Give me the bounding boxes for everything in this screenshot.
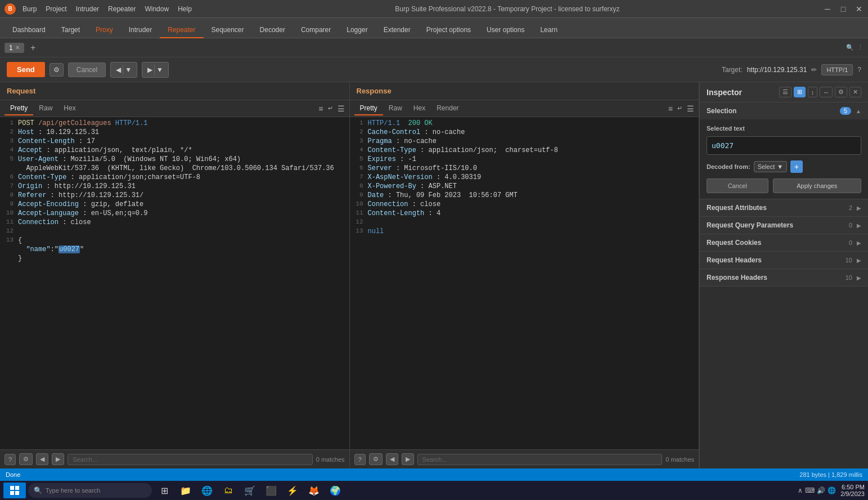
- tab-dashboard[interactable]: Dashboard: [5, 23, 53, 38]
- request-tab-raw[interactable]: Raw: [33, 102, 58, 115]
- taskbar-app-explorer[interactable]: 📁: [176, 483, 196, 498]
- response-tab-hex[interactable]: Hex: [408, 102, 431, 115]
- taskbar-app-store[interactable]: 🛒: [240, 483, 260, 498]
- request-help-icon[interactable]: ?: [5, 454, 16, 465]
- menu-intruder[interactable]: Intruder: [76, 5, 99, 13]
- tab-user-options[interactable]: User options: [479, 23, 532, 38]
- tab-extender[interactable]: Extender: [376, 23, 419, 38]
- forward-dropdown-icon[interactable]: ▼: [154, 65, 165, 75]
- request-next-match[interactable]: ▶: [52, 453, 64, 465]
- response-help-icon[interactable]: ?: [354, 454, 366, 465]
- request-line-8: 8 Referer : http://10.129.125.31/: [0, 191, 349, 200]
- tab-sequencer[interactable]: Sequencer: [204, 23, 252, 38]
- response-more-icon[interactable]: ☰: [687, 104, 694, 113]
- query-params-header[interactable]: Request Query Parameters 0 ▶: [700, 217, 868, 234]
- nav-forward-group[interactable]: ▶ ▼: [142, 62, 169, 78]
- inspector-settings-icon[interactable]: ⚙: [835, 87, 847, 97]
- tab-close-icon[interactable]: ✕: [15, 44, 20, 51]
- taskbar-app-edge[interactable]: 🌐: [197, 483, 217, 498]
- menu-burp[interactable]: Burp: [23, 5, 37, 13]
- forward-icon[interactable]: ▶: [146, 65, 154, 75]
- search-icon[interactable]: 🔍: [846, 44, 854, 51]
- taskbar-app-burp[interactable]: ⚡: [282, 483, 303, 498]
- decode-select-dropdown[interactable]: Select ▼: [754, 161, 787, 172]
- window-controls[interactable]: ─ □ ✕: [823, 5, 863, 14]
- http-version-badge[interactable]: HTTP/1: [821, 64, 853, 75]
- inspector-selection-header[interactable]: Selection 5 ▲: [700, 102, 868, 119]
- inspector-panel: Inspector ☰ ⊞ ↕ ↔ ⚙ ✕ Selection 5 ▲ Sele…: [699, 82, 868, 468]
- tab-decoder[interactable]: Decoder: [252, 23, 293, 38]
- minimize-button[interactable]: ─: [823, 5, 832, 14]
- response-next-match[interactable]: ▶: [402, 453, 414, 465]
- taskbar-volume-icon[interactable]: 🔊: [817, 486, 825, 494]
- cookies-header[interactable]: Request Cookies 0 ▶: [700, 234, 868, 251]
- taskbar-search[interactable]: 🔍 Type here to search: [28, 483, 152, 498]
- tab-logger[interactable]: Logger: [339, 23, 375, 38]
- back-icon[interactable]: ◀: [114, 65, 123, 75]
- cancel-button[interactable]: Cancel: [68, 62, 106, 77]
- request-line-5: 5 User-Agent : Mozilla/5.0 (Windows NT 1…: [0, 155, 349, 164]
- taskbar-network-icon[interactable]: 🌐: [827, 486, 836, 494]
- tab-learn[interactable]: Learn: [532, 23, 565, 38]
- selection-cancel-button[interactable]: Cancel: [707, 178, 768, 193]
- request-tab-pretty[interactable]: Pretty: [5, 102, 33, 115]
- inspector-view-grid-icon[interactable]: ⊞: [794, 87, 806, 97]
- add-decode-button[interactable]: +: [790, 160, 803, 173]
- taskbar-app-chrome[interactable]: 🌍: [325, 483, 345, 498]
- apply-changes-button[interactable]: Apply changes: [773, 178, 861, 193]
- taskbar-app-browser[interactable]: 🦊: [304, 483, 324, 498]
- response-settings-icon[interactable]: ⚙: [369, 453, 383, 465]
- menu-window[interactable]: Window: [145, 5, 169, 13]
- edit-target-icon[interactable]: ✏: [811, 66, 817, 74]
- taskbar-up-icon[interactable]: ∧: [798, 486, 803, 494]
- response-wrap-icon[interactable]: ↵: [677, 105, 682, 112]
- response-tab-pretty[interactable]: Pretty: [354, 102, 383, 115]
- request-prev-match[interactable]: ◀: [36, 453, 48, 465]
- tab-repeater[interactable]: Repeater: [160, 23, 203, 38]
- response-tab-raw[interactable]: Raw: [383, 102, 408, 115]
- help-icon[interactable]: ?: [857, 66, 861, 74]
- maximize-button[interactable]: □: [839, 5, 848, 14]
- request-headers-header[interactable]: Request Headers 10 ▶: [700, 252, 868, 269]
- request-search-input[interactable]: [68, 454, 313, 465]
- close-button[interactable]: ✕: [854, 5, 863, 14]
- tab-intruder[interactable]: Intruder: [121, 23, 160, 38]
- response-format-icon[interactable]: ≡: [668, 104, 673, 113]
- tab-proxy[interactable]: Proxy: [88, 23, 121, 38]
- title-bar-menu[interactable]: Burp Project Intruder Repeater Window He…: [23, 5, 192, 13]
- taskbar-app-files[interactable]: 🗂: [218, 483, 239, 498]
- settings-icon[interactable]: ⚙: [50, 63, 64, 77]
- repeater-tab-1[interactable]: 1 ✕: [5, 43, 24, 53]
- inspector-collapse-icon[interactable]: ↔: [820, 87, 833, 97]
- menu-help[interactable]: Help: [178, 5, 192, 13]
- request-wrap-icon[interactable]: ↵: [328, 105, 333, 112]
- inspector-close-icon[interactable]: ✕: [849, 87, 861, 97]
- menu-project[interactable]: Project: [46, 5, 66, 13]
- start-button[interactable]: [3, 483, 26, 498]
- request-format-icon[interactable]: ≡: [318, 104, 323, 113]
- selection-collapse-icon[interactable]: ▲: [856, 108, 861, 114]
- tab-project-options[interactable]: Project options: [419, 23, 479, 38]
- back-dropdown-icon[interactable]: ▼: [123, 65, 133, 75]
- response-search-input[interactable]: [417, 454, 663, 465]
- response-prev-match[interactable]: ◀: [386, 453, 398, 465]
- taskbar-clock[interactable]: 6:50 PM 2/9/2023: [840, 484, 865, 497]
- more-options-icon[interactable]: ⋮: [857, 44, 863, 51]
- nav-back-group[interactable]: ◀ ▼: [110, 62, 137, 78]
- tab-target[interactable]: Target: [53, 23, 88, 38]
- tab-comparer[interactable]: Comparer: [293, 23, 339, 38]
- inspector-expand-icon[interactable]: ↕: [808, 87, 818, 97]
- send-button[interactable]: Send: [7, 62, 45, 77]
- request-tab-hex[interactable]: Hex: [58, 102, 81, 115]
- request-attributes-header[interactable]: Request Attributes 2 ▶: [700, 199, 868, 216]
- taskbar-app-view[interactable]: ⊞: [154, 483, 174, 498]
- add-tab-button[interactable]: +: [26, 41, 40, 55]
- request-settings-icon[interactable]: ⚙: [19, 453, 33, 465]
- request-more-icon[interactable]: ☰: [338, 104, 345, 113]
- inspector-view-list-icon[interactable]: ☰: [779, 87, 791, 97]
- response-headers-header[interactable]: Response Headers 10 ▶: [700, 269, 868, 286]
- menu-repeater[interactable]: Repeater: [108, 5, 136, 13]
- taskbar-keyboard-icon[interactable]: ⌨: [805, 486, 815, 494]
- taskbar-app-cmd[interactable]: ⬛: [261, 483, 281, 498]
- response-tab-render[interactable]: Render: [431, 102, 464, 115]
